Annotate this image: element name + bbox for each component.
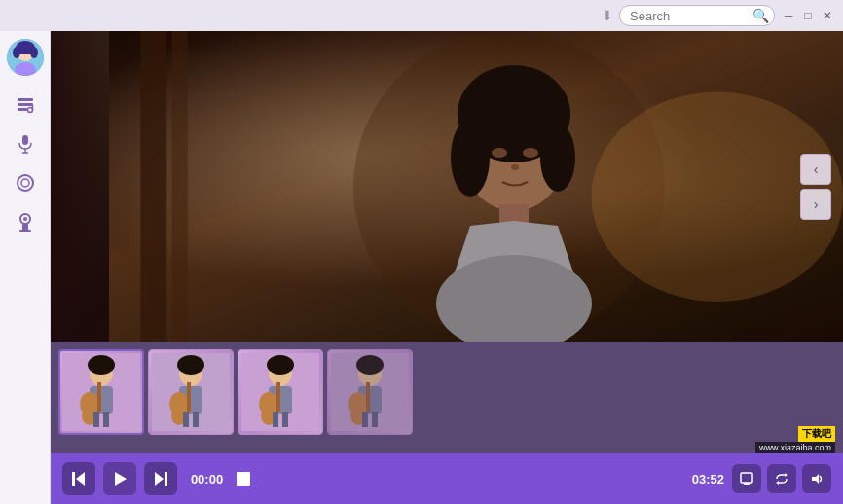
thumbnail-item-1[interactable]: 1 bbox=[58, 349, 144, 449]
watermark-line2: www.xiazaiba.com bbox=[755, 442, 835, 453]
watermark: 下载吧 www.xiazaiba.com bbox=[755, 426, 835, 453]
svg-rect-73 bbox=[72, 472, 75, 486]
svg-point-70 bbox=[356, 355, 384, 375]
svg-rect-78 bbox=[741, 473, 752, 483]
thumbnail-image-3 bbox=[238, 349, 323, 435]
search-button[interactable]: 🔍 bbox=[752, 8, 769, 23]
minimize-button[interactable]: ─ bbox=[781, 8, 796, 23]
next-button[interactable] bbox=[144, 462, 177, 495]
main-content: ‹ › bbox=[0, 31, 843, 504]
svg-rect-79 bbox=[744, 483, 750, 485]
svg-point-17 bbox=[21, 179, 29, 187]
time-total: 03:52 bbox=[692, 472, 724, 486]
loop-button[interactable] bbox=[767, 464, 796, 493]
svg-rect-8 bbox=[18, 98, 33, 101]
thumbnail-num-1: 1 bbox=[98, 437, 104, 449]
svg-point-43 bbox=[88, 355, 115, 375]
svg-rect-45 bbox=[103, 412, 109, 427]
player-right-controls bbox=[732, 464, 831, 493]
svg-marker-75 bbox=[115, 472, 127, 486]
thumbnail-item-4[interactable]: 4 bbox=[327, 349, 413, 449]
svg-rect-68 bbox=[366, 382, 370, 412]
svg-rect-13 bbox=[22, 135, 28, 145]
watermark-line1: 下载吧 bbox=[798, 426, 835, 442]
prev-button[interactable] bbox=[62, 462, 95, 495]
avatar[interactable] bbox=[7, 39, 44, 76]
svg-point-61 bbox=[267, 355, 294, 375]
thumbnail-item-2[interactable]: 2 bbox=[148, 349, 234, 449]
svg-rect-59 bbox=[276, 382, 280, 412]
svg-rect-41 bbox=[97, 382, 101, 412]
svg-point-6 bbox=[13, 47, 20, 58]
thumb-char-2 bbox=[149, 350, 233, 434]
window-controls: ─ □ ✕ bbox=[781, 8, 835, 23]
thumbnail-image-4 bbox=[327, 349, 413, 435]
sidebar-item-mic[interactable] bbox=[8, 126, 43, 162]
svg-rect-9 bbox=[18, 103, 33, 106]
svg-point-16 bbox=[18, 175, 33, 191]
sidebar-item-record[interactable] bbox=[8, 204, 43, 239]
thumbnail-num-4: 4 bbox=[367, 437, 373, 449]
svg-rect-72 bbox=[372, 412, 378, 427]
svg-rect-21 bbox=[19, 230, 31, 232]
svg-rect-54 bbox=[193, 412, 199, 427]
pin-icon: ⬇ bbox=[602, 8, 613, 23]
svg-point-7 bbox=[30, 47, 38, 58]
svg-rect-63 bbox=[282, 412, 288, 427]
thumb-char-3 bbox=[238, 350, 322, 434]
svg-marker-82 bbox=[812, 474, 819, 484]
thumbnail-num-2: 2 bbox=[188, 437, 194, 449]
svg-rect-62 bbox=[273, 412, 278, 427]
nav-arrows: ‹ › bbox=[800, 154, 831, 220]
volume-button[interactable] bbox=[802, 464, 831, 493]
svg-rect-20 bbox=[22, 224, 28, 231]
search-bar[interactable]: 🔍 bbox=[619, 5, 775, 26]
thumbnail-image-1 bbox=[58, 349, 144, 435]
app-window: ⬇ 🔍 ─ □ ✕ bbox=[0, 0, 843, 504]
svg-rect-44 bbox=[93, 412, 99, 427]
player-bar: 00:00 03:52 bbox=[51, 453, 843, 504]
video-area: ‹ › bbox=[51, 31, 843, 342]
svg-point-19 bbox=[23, 217, 27, 221]
svg-rect-76 bbox=[165, 472, 167, 486]
video-main-image bbox=[109, 31, 843, 342]
play-button[interactable] bbox=[103, 462, 136, 495]
nav-next-button[interactable]: › bbox=[800, 189, 831, 220]
thumbnail-num-3: 3 bbox=[277, 437, 283, 449]
thumbnails-section: 1 bbox=[51, 342, 843, 453]
thumbnail-item-3[interactable]: 3 bbox=[238, 349, 323, 449]
sidebar-item-music[interactable] bbox=[8, 88, 43, 123]
svg-marker-77 bbox=[155, 472, 164, 486]
thumb-char-1 bbox=[60, 351, 142, 433]
time-current: 00:00 bbox=[185, 472, 229, 486]
close-button[interactable]: ✕ bbox=[820, 8, 835, 23]
svg-rect-53 bbox=[183, 412, 189, 427]
maximize-button[interactable]: □ bbox=[800, 8, 816, 23]
svg-rect-50 bbox=[187, 382, 191, 412]
thumbnail-image-2 bbox=[148, 349, 234, 435]
svg-marker-80 bbox=[785, 473, 788, 477]
svg-rect-10 bbox=[18, 108, 27, 111]
sidebar-item-loop[interactable] bbox=[8, 165, 43, 200]
thumb-char-4 bbox=[328, 350, 412, 434]
search-input[interactable] bbox=[630, 9, 747, 23]
svg-marker-74 bbox=[76, 472, 85, 486]
sidebar bbox=[0, 31, 51, 504]
svg-rect-71 bbox=[362, 412, 368, 427]
title-bar: ⬇ 🔍 ─ □ ✕ bbox=[0, 0, 843, 31]
screen-button[interactable] bbox=[732, 464, 761, 493]
stop-button[interactable] bbox=[237, 472, 250, 486]
video-section: ‹ › bbox=[51, 31, 843, 504]
svg-point-52 bbox=[177, 355, 204, 375]
svg-marker-81 bbox=[776, 481, 779, 485]
nav-prev-button[interactable]: ‹ bbox=[800, 154, 831, 185]
